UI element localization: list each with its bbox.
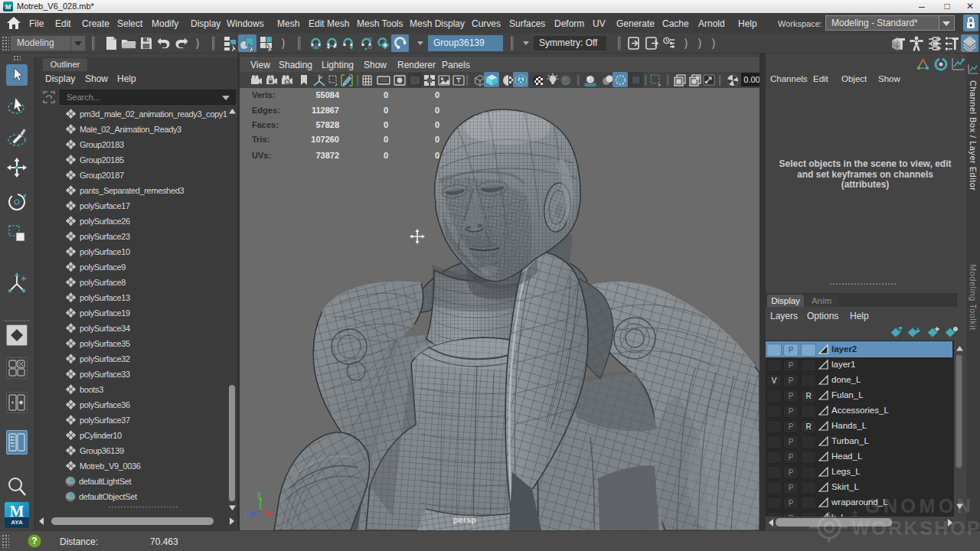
svg-text:M: M (10, 503, 24, 519)
svg-text:Tris:: Tris: (252, 135, 270, 144)
svg-text:0: 0 (435, 120, 439, 129)
svg-text:57828: 57828 (315, 120, 339, 129)
svg-text:112867: 112867 (312, 106, 339, 115)
svg-text:Faces:: Faces: (252, 120, 279, 129)
svg-text:z: z (244, 512, 248, 520)
svg-text:0: 0 (384, 90, 388, 99)
svg-text:0: 0 (384, 106, 388, 115)
svg-text:0: 0 (384, 120, 388, 129)
svg-text:0: 0 (435, 151, 439, 160)
svg-text:107260: 107260 (311, 135, 339, 144)
svg-text:73872: 73872 (315, 151, 339, 160)
svg-text:M: M (5, 3, 11, 11)
svg-text:y: y (257, 490, 261, 497)
svg-text:55084: 55084 (315, 90, 339, 99)
svg-text:UVs:: UVs: (252, 151, 271, 160)
svg-text:0: 0 (384, 135, 388, 144)
svg-text:0: 0 (384, 151, 388, 160)
svg-text:Edges:: Edges: (252, 106, 280, 115)
svg-text:0: 0 (435, 90, 439, 99)
svg-text:?: ? (31, 536, 37, 546)
svg-text:Verts:: Verts: (252, 90, 276, 99)
svg-text:0: 0 (435, 135, 439, 144)
svg-text:0: 0 (435, 106, 439, 115)
svg-text:persp: persp (453, 515, 476, 524)
